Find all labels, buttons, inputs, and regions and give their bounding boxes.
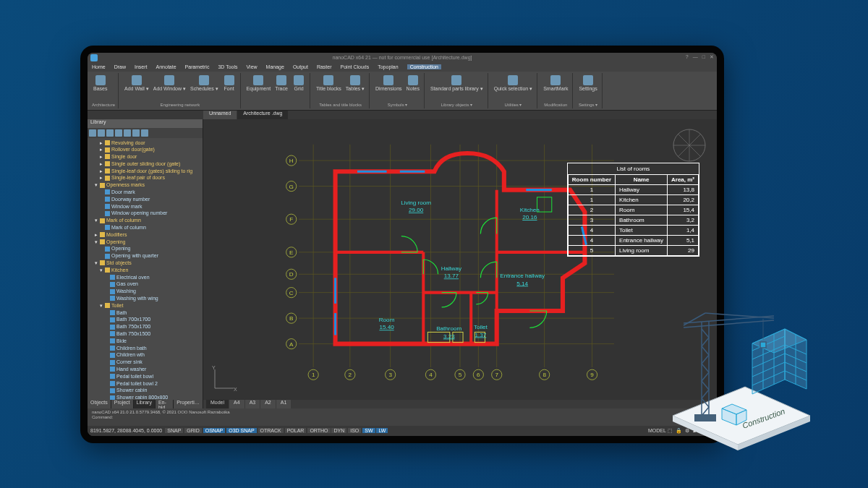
status-toggle[interactable]: OSNAP [203, 428, 226, 433]
tree-item[interactable]: Door mark [89, 189, 201, 196]
tree-item[interactable]: Shower cabin [89, 387, 201, 394]
tree-item[interactable]: ▾Mark of column [89, 217, 201, 224]
ribbon-button[interactable]: Add Wall ▾ [123, 74, 150, 93]
menu-item[interactable]: View [247, 64, 258, 69]
menu-item[interactable]: Manage [266, 64, 284, 69]
status-toggle[interactable]: ORTHO [307, 428, 330, 433]
panel-tab[interactable]: Objects [88, 400, 111, 408]
menu-item[interactable]: Point Clouds [341, 64, 370, 69]
lib-tool-icon[interactable] [89, 129, 96, 137]
ribbon-button[interactable]: Add Window ▾ [152, 74, 187, 93]
lib-tool-icon[interactable] [124, 129, 131, 137]
status-toggle[interactable]: OTRACK [258, 428, 284, 433]
tree-item[interactable]: ▸Revolving door [89, 140, 201, 147]
drawing-canvas[interactable]: 123456789ABCDEFGH [203, 119, 717, 400]
panel-tab[interactable]: En-hid… [156, 400, 174, 408]
ribbon-button[interactable]: Title blocks [315, 74, 343, 93]
tree-item[interactable]: Mark of column [89, 224, 201, 231]
tree-item[interactable]: ▸Rollover door(gate) [89, 146, 201, 153]
tree-item[interactable]: Corner sink [89, 359, 201, 366]
command-line[interactable]: nanoCAD x64 21.0 21.0.5779.3468, © 2021 … [88, 408, 717, 426]
menu-item[interactable]: Insert [135, 64, 148, 69]
ribbon-button[interactable]: Tables ▾ [344, 74, 366, 93]
tree-item[interactable]: Doorway number [89, 196, 201, 203]
layout-tab[interactable]: A3 [245, 400, 260, 408]
menu-item[interactable]: 3D Tools [218, 64, 237, 69]
tree-item[interactable]: ▸Single-leaf pair of doors [89, 174, 201, 181]
status-toggle[interactable]: O3D SNAP [226, 428, 256, 433]
library-tree[interactable]: ▸Revolving door▸Rollover door(gate)▸Sing… [88, 138, 203, 400]
panel-tab[interactable]: Library [134, 400, 156, 408]
tree-item[interactable]: Bide [89, 338, 201, 345]
tree-item[interactable]: ▾Openness marks [89, 181, 201, 189]
lib-tool-icon[interactable] [132, 129, 140, 137]
ribbon-button[interactable]: Dimensions [374, 74, 404, 92]
layout-tab[interactable]: A2 [260, 400, 276, 408]
ribbon-button[interactable]: Standard parts library ▾ [429, 74, 485, 93]
compass-widget[interactable] [668, 124, 711, 167]
menu-item[interactable]: Raster [317, 64, 332, 69]
tree-item[interactable]: ▸Modifiers [89, 231, 201, 239]
tree-item[interactable]: Pedal toilet bowl 2 [89, 380, 201, 388]
status-toggle[interactable]: SW [362, 428, 375, 433]
tree-item[interactable]: Window opening number [89, 210, 201, 217]
menu-item[interactable]: Parametric [185, 64, 210, 69]
lib-tool-icon[interactable] [115, 129, 122, 137]
tree-item[interactable]: Washing with wing [89, 295, 201, 302]
tree-item[interactable]: Bath 750x1500 [89, 330, 201, 338]
status-toggle[interactable]: POLAR [285, 428, 307, 433]
lib-tool-icon[interactable] [141, 129, 148, 137]
layout-tab[interactable]: A1 [276, 400, 292, 408]
tree-item[interactable]: ▸Single-leaf door (gates) sliding to rig [89, 168, 201, 175]
tree-item[interactable]: ▾Kitchen [89, 267, 201, 274]
menu-item[interactable]: Annotate [156, 64, 176, 69]
tree-item[interactable]: Bath 700x1700 [89, 316, 201, 323]
ribbon-button[interactable]: Quick selection ▾ [493, 74, 534, 93]
tree-item[interactable]: ▸Single outer sliding door (gate) [89, 160, 201, 168]
document-tab[interactable]: Unnamed [203, 111, 237, 119]
tree-item[interactable]: ▾Opening [89, 239, 201, 246]
minimize-button[interactable]: — [693, 54, 698, 60]
status-toggle[interactable]: DYN [331, 428, 346, 433]
tree-item[interactable]: Pedal toilet bowl [89, 373, 201, 380]
ribbon-button[interactable]: Schedules ▾ [189, 74, 220, 93]
tree-item[interactable]: Opening [89, 245, 201, 252]
tree-item[interactable]: ▸Single door [89, 153, 201, 160]
layout-tab[interactable]: A4 [229, 400, 244, 408]
ribbon-button[interactable]: Equipment [245, 74, 272, 92]
panel-tab[interactable]: Properti… [174, 400, 203, 408]
ribbon-button[interactable]: Settings [577, 74, 598, 92]
tree-item[interactable]: Children bath [89, 345, 201, 352]
menu-item[interactable]: Construction [407, 64, 441, 69]
tree-item[interactable]: Hand washer [89, 366, 201, 373]
tree-item[interactable]: Opening with quarter [89, 252, 201, 260]
close-button[interactable]: ✕ [710, 54, 714, 60]
status-toggle[interactable]: GRID [184, 428, 202, 433]
ribbon-button[interactable]: Grid [291, 74, 307, 92]
layout-tab[interactable]: Model [206, 400, 229, 408]
ribbon-button[interactable]: Trace [273, 74, 289, 92]
status-toggle[interactable]: SNAP [165, 428, 183, 433]
ribbon-button[interactable]: Notes [405, 74, 421, 92]
ribbon-button[interactable]: Font [221, 74, 237, 93]
status-toggle[interactable]: ISO [348, 428, 361, 433]
tree-item[interactable]: Window mark [89, 203, 201, 210]
panel-tab[interactable]: Project [111, 400, 134, 408]
lib-tool-icon[interactable] [106, 129, 114, 137]
ribbon-button[interactable]: Bases [92, 74, 109, 92]
menu-item[interactable]: Home [92, 64, 106, 69]
tree-item[interactable]: Electrical oven [89, 274, 201, 281]
tree-item[interactable]: Shower cabin 800x800 [89, 394, 201, 399]
status-toggle[interactable]: LW [376, 428, 388, 433]
tree-item[interactable]: Children wth [89, 351, 201, 359]
menu-item[interactable]: Topoplan [378, 64, 398, 69]
tree-item[interactable]: Gas oven [89, 281, 201, 288]
menu-item[interactable]: Output [293, 64, 308, 69]
maximize-button[interactable]: □ [702, 54, 705, 60]
document-tab[interactable]: Architecture .dwg [237, 111, 288, 119]
help-button[interactable]: ? [686, 54, 689, 60]
tree-item[interactable]: ▾Std objects [89, 260, 201, 267]
lib-tool-icon[interactable] [98, 129, 105, 137]
tree-item[interactable]: Bath [89, 309, 201, 317]
tree-item[interactable]: ▾Toilet [89, 302, 201, 309]
